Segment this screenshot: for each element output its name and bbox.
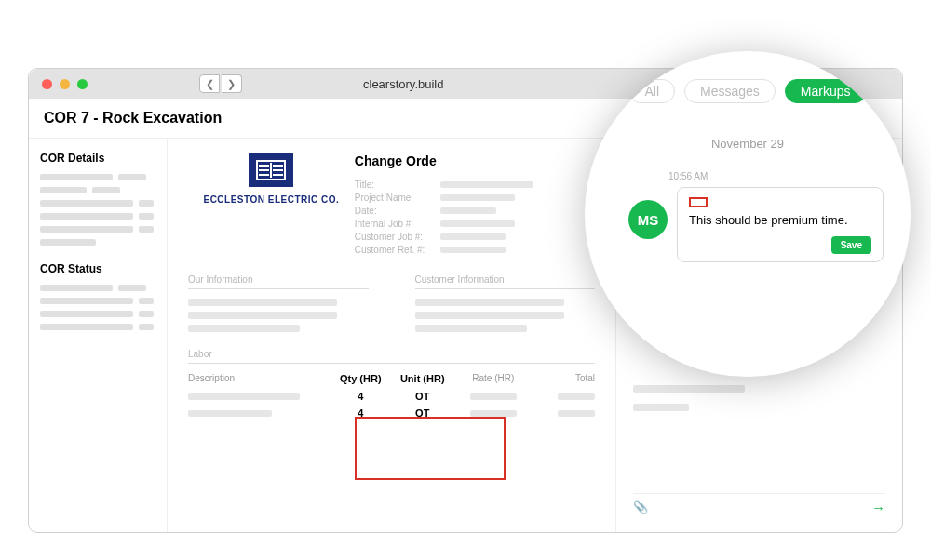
traffic-lights xyxy=(42,79,88,89)
nav-arrows: ❮ ❯ xyxy=(199,74,242,93)
message-bubble: This should be premium time. Save xyxy=(677,187,884,262)
cell-unit: OT xyxy=(392,391,454,402)
meta-label-customer-ref: Customer Ref. #: xyxy=(355,245,440,255)
magnified-panel: All Messages Markups November 29 10:56 A… xyxy=(585,51,911,377)
doc-meta: Change Orde Title: Project Name: Date: I… xyxy=(355,153,595,258)
attachment-icon[interactable]: 📎 xyxy=(633,500,648,514)
meta-label-customer-job: Customer Job #: xyxy=(355,232,440,242)
labor-table-header: Description Qty (HR) Unit (HR) Rate (HR)… xyxy=(188,369,595,388)
save-button[interactable]: Save xyxy=(831,236,871,254)
minimize-icon[interactable] xyxy=(60,79,70,89)
labor-section: Labor Description Qty (HR) Unit (HR) Rat… xyxy=(188,349,595,421)
col-qty-header: Qty (HR) xyxy=(330,373,392,384)
info-row: Our Information Customer Information xyxy=(188,274,595,332)
sidebar-details-title: COR Details xyxy=(40,152,155,165)
filter-pills: All Messages Markups xyxy=(628,79,866,103)
avatar: MS xyxy=(628,200,668,239)
cell-qty: 4 xyxy=(330,391,392,402)
meta-label-title: Title: xyxy=(355,180,440,190)
tab-messages[interactable]: Messages xyxy=(684,79,776,103)
sidebar-status-title: COR Status xyxy=(40,262,155,275)
markup-swatch-icon xyxy=(689,197,708,207)
message-row: MS This should be premium time. Save xyxy=(628,187,898,262)
sidebar-status-placeholders xyxy=(40,285,155,330)
message-text: This should be premium time. xyxy=(689,213,871,227)
markup-highlight-box xyxy=(355,417,506,480)
maximize-icon[interactable] xyxy=(77,79,88,89)
logo-block: ECCLESTON ELECTRIC CO. xyxy=(188,153,355,258)
sidebar-status-section: COR Status xyxy=(40,262,155,330)
labor-table: Description Qty (HR) Unit (HR) Rate (HR)… xyxy=(188,369,595,421)
our-info-title: Our Information xyxy=(188,274,369,289)
customer-info-col: Customer Information xyxy=(415,274,596,332)
labor-title: Labor xyxy=(188,349,595,364)
forward-button[interactable]: ❯ xyxy=(222,74,242,93)
col-unit-header: Unit (HR) xyxy=(392,373,454,384)
customer-info-title: Customer Information xyxy=(415,274,596,289)
sidebar: COR Details COR Status xyxy=(29,139,167,532)
sidebar-details-placeholders xyxy=(40,174,155,246)
company-name: ECCLESTON ELECTRIC CO. xyxy=(203,194,339,205)
doc-type-title: Change Orde xyxy=(355,153,595,168)
col-total-header: Total xyxy=(533,373,596,384)
col-rate-header: Rate (HR) xyxy=(453,373,533,384)
message-time: 10:56 AM xyxy=(668,171,708,181)
doc-header: ECCLESTON ELECTRIC CO. Change Orde Title… xyxy=(188,153,595,258)
meta-label-internal-job: Internal Job #: xyxy=(355,219,440,229)
send-icon[interactable]: → xyxy=(871,500,885,515)
message-placeholder xyxy=(633,404,689,411)
meta-label-date: Date: xyxy=(355,206,440,216)
table-row: 4 OT xyxy=(188,388,595,405)
back-button[interactable]: ❮ xyxy=(199,74,220,93)
meta-label-project: Project Name: xyxy=(355,193,440,203)
message-date: November 29 xyxy=(711,137,784,151)
url-display: clearstory.build xyxy=(363,77,443,91)
message-placeholder xyxy=(633,385,745,393)
our-info-col: Our Information xyxy=(188,274,369,332)
company-logo-icon xyxy=(249,153,293,187)
close-icon[interactable] xyxy=(42,79,52,89)
sidebar-details-section: COR Details xyxy=(40,152,155,246)
message-input-row: 📎 → xyxy=(633,493,885,521)
col-desc-header: Description xyxy=(188,373,330,384)
